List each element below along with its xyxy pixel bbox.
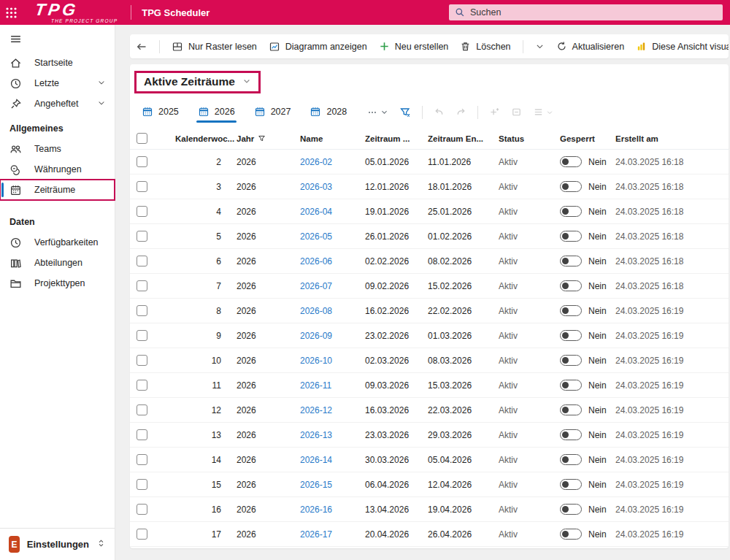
- refresh-button[interactable]: Aktualisieren: [556, 41, 625, 52]
- sidebar-item-teams[interactable]: Teams: [0, 139, 115, 159]
- row-checkbox[interactable]: [137, 504, 147, 515]
- record-link[interactable]: 2026-17: [300, 529, 332, 540]
- gesperrt-toggle[interactable]: [560, 380, 582, 391]
- gesperrt-toggle[interactable]: [560, 280, 582, 291]
- visualize-view-button[interactable]: Diese Ansicht visualisi...: [636, 41, 729, 52]
- record-link[interactable]: 2026-11: [300, 380, 331, 391]
- table-row[interactable]: 520262026-0526.01.202601.02.2026AktivNei…: [130, 224, 729, 249]
- sidebar-item-verfügbarkeiten[interactable]: Verfügbarkeiten: [0, 232, 115, 253]
- sidebar-item-abteilungen[interactable]: Abteilungen: [0, 253, 115, 273]
- year-tab-2026[interactable]: 2026: [196, 106, 237, 123]
- row-checkbox[interactable]: [137, 454, 147, 465]
- record-link[interactable]: 2026-05: [300, 231, 332, 242]
- table-row[interactable]: 1220262026-1216.03.202622.03.2026AktivNe…: [130, 398, 729, 423]
- view-selector[interactable]: Aktive Zeiträume: [134, 71, 261, 93]
- table-row[interactable]: 620262026-0602.02.202608.02.2026AktivNei…: [130, 249, 729, 274]
- column-header-gesperrt[interactable]: Gesperrt: [560, 134, 615, 143]
- table-row[interactable]: 320262026-0312.01.202618.01.2026AktivNei…: [130, 174, 729, 199]
- row-checkbox[interactable]: [137, 206, 147, 217]
- global-search[interactable]: [449, 4, 723, 20]
- hamburger-menu-icon[interactable]: [0, 25, 115, 53]
- row-checkbox[interactable]: [137, 404, 147, 415]
- record-link[interactable]: 2026-13: [300, 430, 332, 440]
- gesperrt-toggle[interactable]: [560, 206, 582, 217]
- gesperrt-toggle[interactable]: [560, 156, 582, 167]
- sidebar-item-projekttypen[interactable]: Projekttypen: [0, 273, 115, 294]
- record-link[interactable]: 2026-12: [300, 405, 332, 415]
- record-link[interactable]: 2026-07: [300, 281, 332, 291]
- row-checkbox[interactable]: [137, 256, 147, 266]
- table-row[interactable]: 220262026-0205.01.202611.01.2026AktivNei…: [130, 150, 729, 174]
- gesperrt-toggle[interactable]: [560, 479, 582, 490]
- column-header-kw[interactable]: Kalenderwoc...: [164, 134, 237, 143]
- table-row[interactable]: 1420262026-1430.03.202605.04.2026AktivNe…: [130, 448, 729, 472]
- sidebar-item-startseite[interactable]: Startseite: [0, 53, 115, 73]
- gesperrt-toggle[interactable]: [560, 256, 582, 266]
- record-link[interactable]: 2026-09: [300, 331, 332, 341]
- row-checkbox[interactable]: [137, 529, 147, 540]
- table-row[interactable]: 1320262026-1323.03.202629.03.2026AktivNe…: [130, 423, 729, 448]
- record-link[interactable]: 2026-14: [300, 455, 332, 465]
- column-header-start[interactable]: Zeitraum ...: [365, 134, 428, 143]
- gesperrt-toggle[interactable]: [560, 181, 582, 192]
- row-checkbox[interactable]: [137, 479, 147, 490]
- record-link[interactable]: 2026-02: [300, 157, 332, 167]
- gesperrt-toggle[interactable]: [560, 504, 582, 515]
- record-link[interactable]: 2026-15: [300, 480, 332, 490]
- sidebar-item-angeheftet[interactable]: Angeheftet: [0, 93, 115, 114]
- table-row[interactable]: 1620262026-1613.04.202619.04.2026AktivNe…: [130, 497, 729, 522]
- record-link[interactable]: 2026-10: [300, 356, 332, 366]
- gesperrt-toggle[interactable]: [560, 330, 582, 341]
- gesperrt-toggle[interactable]: [560, 529, 582, 540]
- column-header-name[interactable]: Name: [300, 134, 365, 143]
- tabs-overflow-button[interactable]: [367, 107, 388, 118]
- search-input[interactable]: [470, 7, 717, 18]
- sidebar-item-währungen[interactable]: Währungen: [0, 159, 115, 180]
- row-checkbox[interactable]: [137, 380, 147, 391]
- record-link[interactable]: 2026-06: [300, 256, 332, 266]
- year-tab-2028[interactable]: 2028: [308, 106, 348, 123]
- waffle-icon[interactable]: [0, 0, 22, 25]
- column-header-jahr[interactable]: Jahr: [237, 134, 300, 143]
- sidebar-item-zeiträume[interactable]: Zeiträume: [0, 180, 115, 200]
- chevron-down-icon[interactable]: [97, 78, 106, 89]
- gesperrt-toggle[interactable]: [560, 404, 582, 415]
- year-tab-2027[interactable]: 2027: [253, 106, 293, 123]
- gesperrt-toggle[interactable]: [560, 305, 582, 316]
- table-row[interactable]: 1520262026-1506.04.202612.04.2026AktivNe…: [130, 472, 729, 497]
- table-row[interactable]: 820262026-0816.02.202622.02.2026AktivNei…: [130, 299, 729, 323]
- sidebar-footer[interactable]: E Einstellungen: [0, 528, 115, 560]
- sidebar-item-letzte[interactable]: Letzte: [0, 73, 115, 93]
- column-header-status[interactable]: Status: [499, 134, 560, 143]
- row-checkbox[interactable]: [137, 330, 147, 341]
- read-only-grid-button[interactable]: Nur Raster lesen: [172, 41, 257, 53]
- chevron-down-icon[interactable]: [97, 99, 106, 110]
- gesperrt-toggle[interactable]: [560, 454, 582, 465]
- record-link[interactable]: 2026-03: [300, 182, 332, 192]
- record-link[interactable]: 2026-08: [300, 306, 332, 316]
- record-link[interactable]: 2026-04: [300, 207, 332, 217]
- row-checkbox[interactable]: [137, 181, 147, 192]
- command-overflow-button[interactable]: [535, 42, 545, 51]
- year-tab-2025[interactable]: 2025: [140, 106, 180, 123]
- gesperrt-toggle[interactable]: [560, 429, 582, 440]
- row-checkbox[interactable]: [137, 231, 147, 242]
- table-row[interactable]: 720262026-0709.02.202615.02.2026AktivNei…: [130, 274, 729, 299]
- row-checkbox[interactable]: [137, 156, 147, 167]
- gesperrt-toggle[interactable]: [560, 231, 582, 242]
- column-header-ende[interactable]: Zeitraum En...: [428, 134, 499, 143]
- delete-button[interactable]: Löschen: [460, 41, 510, 52]
- row-checkbox[interactable]: [137, 280, 147, 291]
- table-row[interactable]: 920262026-0923.02.202601.03.2026AktivNei…: [130, 323, 729, 348]
- record-link[interactable]: 2026-16: [300, 505, 332, 515]
- table-row[interactable]: 1120262026-1109.03.202615.03.2026AktivNe…: [130, 373, 729, 398]
- unfold-chevron-icon[interactable]: [96, 538, 106, 551]
- select-all-checkbox[interactable]: [137, 133, 147, 144]
- show-chart-button[interactable]: Diagramm anzeigen: [269, 41, 367, 53]
- column-header-erstellt[interactable]: Erstellt am: [615, 134, 729, 143]
- gesperrt-toggle[interactable]: [560, 355, 582, 366]
- row-checkbox[interactable]: [137, 429, 147, 440]
- clear-filter-icon[interactable]: [399, 107, 411, 118]
- back-button[interactable]: [136, 41, 147, 53]
- table-row[interactable]: 1020262026-1002.03.202608.03.2026AktivNe…: [130, 348, 729, 373]
